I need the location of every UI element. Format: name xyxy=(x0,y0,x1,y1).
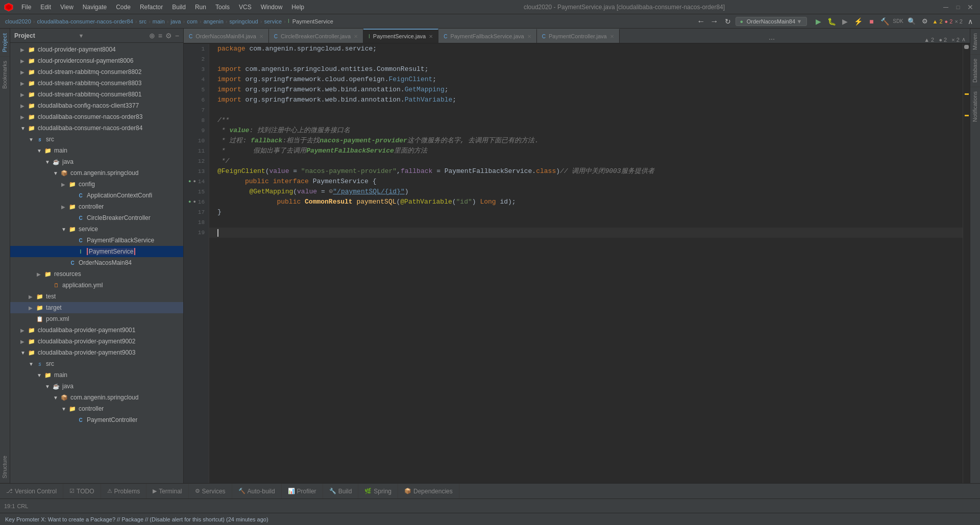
tree-container[interactable]: ▶ 📁 cloud-provider-payment8004 ▶ 📁 cloud… xyxy=(10,43,183,483)
breadcrumb-springcloud[interactable]: springcloud xyxy=(229,18,258,24)
editor-scrollbar[interactable] xyxy=(963,44,970,483)
tree-item[interactable]: ▼ 📦 com.angenin.springcloud xyxy=(10,392,183,403)
tree-item[interactable]: ▶ 📁 cloud-stream-rabbitmq-consumer8802 xyxy=(10,66,183,78)
tree-item-target[interactable]: ▶ 📁 target xyxy=(10,302,183,313)
bottom-tab-auto-build[interactable]: 🔨 Auto-build xyxy=(232,484,282,498)
build-button[interactable]: 🔨 xyxy=(879,16,891,27)
code-content[interactable]: package com.angenin.springcloud.service;… xyxy=(209,44,963,483)
coverage-button[interactable]: ▶ xyxy=(840,16,851,27)
tab-close-button[interactable]: ✕ xyxy=(429,34,433,39)
panel-notifications[interactable]: Notifications xyxy=(970,87,980,126)
bottom-tab-problems[interactable]: ⚠ Problems xyxy=(101,484,147,498)
menu-tools[interactable]: Tools xyxy=(211,3,234,12)
sidebar-bookmarks-label[interactable]: Bookmarks xyxy=(0,56,10,93)
tree-item[interactable]: ▶ 📁 cloud-providerconsul-payment8006 xyxy=(10,55,183,66)
tree-item[interactable]: ▶ 📁 cloud-stream-rabbitmq-consumer8803 xyxy=(10,78,183,89)
tree-item[interactable]: ▶ 📁 cloudalibaba-provider-payment9002 xyxy=(10,336,183,347)
tree-item-payment-service[interactable]: I PaymentService xyxy=(10,246,183,257)
bottom-tab-dependencies[interactable]: 📦 Dependencies xyxy=(398,484,459,498)
tree-item[interactable]: ▶ 📁 controller xyxy=(10,201,183,212)
sidebar-structure-label[interactable]: Structure xyxy=(0,452,10,483)
tree-item[interactable]: ▶ 📁 resources xyxy=(10,268,183,280)
tree-item[interactable]: ▼ 📁 main xyxy=(10,145,183,156)
breadcrumb-src[interactable]: src xyxy=(139,18,146,24)
menu-help[interactable]: Help xyxy=(287,3,308,12)
panel-icon-settings[interactable]: ⚙ xyxy=(165,32,172,40)
tree-item[interactable]: ▼ 📦 com.angenin.springcloud xyxy=(10,167,183,179)
tree-item[interactable]: C PaymentFallbackService xyxy=(10,235,183,246)
minimize-button[interactable]: ─ xyxy=(940,2,951,13)
menu-vcs[interactable]: VCS xyxy=(235,3,256,12)
close-button[interactable]: ✕ xyxy=(965,2,976,13)
expand-editor[interactable]: ∧ xyxy=(962,36,966,43)
tree-item[interactable]: C CircleBreakerController xyxy=(10,212,183,223)
tree-item[interactable]: ▼ s src xyxy=(10,358,183,369)
menu-window[interactable]: Window xyxy=(257,3,287,12)
tab-payment-controller[interactable]: C PaymentController.java ✕ xyxy=(537,29,620,43)
tab-close-button[interactable]: ✕ xyxy=(354,34,358,39)
menu-run[interactable]: Run xyxy=(191,3,210,12)
panel-icon-collapse[interactable]: ≡ xyxy=(158,32,162,40)
refresh-button[interactable]: ↻ xyxy=(722,16,733,27)
tree-item[interactable]: ▼ ☕ java xyxy=(10,156,183,167)
bottom-tab-version-control[interactable]: ⎇ Version Control xyxy=(0,484,63,498)
tab-circlebreaker[interactable]: C CircleBreakerController.java ✕ xyxy=(269,29,363,43)
menu-navigate[interactable]: Navigate xyxy=(79,3,111,12)
tree-item[interactable]: ▼ 📁 cloudalibaba-consumer-nacos-order84 xyxy=(10,122,183,134)
menu-build[interactable]: Build xyxy=(168,3,190,12)
tree-item[interactable]: ▶ 📁 cloudalibaba-config-nacos-client3377 xyxy=(10,100,183,111)
breadcrumb-main[interactable]: main xyxy=(153,18,165,24)
settings-button[interactable]: ⚙ xyxy=(919,16,930,27)
breadcrumb-project[interactable]: cloud2020 xyxy=(5,18,31,24)
tree-item[interactable]: ▶ 📁 config xyxy=(10,179,183,190)
maximize-button[interactable]: □ xyxy=(952,2,964,13)
menu-view[interactable]: View xyxy=(56,3,78,12)
panel-maven[interactable]: Maven xyxy=(970,29,980,54)
tree-item[interactable]: ▼ 📁 main xyxy=(10,369,183,381)
sdk-button[interactable]: SDK xyxy=(893,16,904,27)
profile-button[interactable]: ⚡ xyxy=(853,16,864,27)
tree-item[interactable]: ▼ 📁 cloudalibaba-provider-payment9003 xyxy=(10,347,183,358)
breadcrumb-service[interactable]: service xyxy=(264,18,282,24)
tree-item[interactable]: ▶ 📁 cloud-provider-payment8004 xyxy=(10,44,183,55)
tree-item[interactable]: 🗒 application.yml xyxy=(10,280,183,291)
menu-edit[interactable]: Edit xyxy=(36,3,55,12)
breadcrumb-angenin[interactable]: angenin xyxy=(204,18,224,24)
sidebar-project-label[interactable]: Project xyxy=(0,29,10,56)
bottom-tab-terminal[interactable]: ▶ Terminal xyxy=(146,484,188,498)
tab-payment-service[interactable]: I PaymentService.java ✕ xyxy=(363,29,438,43)
tree-item[interactable]: ▶ 📁 cloudalibaba-consumer-nacos-order83 xyxy=(10,111,183,122)
bottom-tab-spring[interactable]: 🌿 Spring xyxy=(358,484,398,498)
tabs-overflow[interactable]: ⋯ xyxy=(765,36,779,43)
tree-item[interactable]: C PaymentController xyxy=(10,414,183,426)
stop-button[interactable]: ■ xyxy=(866,16,877,27)
menu-code[interactable]: Code xyxy=(112,3,135,12)
tree-item[interactable]: ▼ 📁 controller xyxy=(10,403,183,414)
panel-icon-scope[interactable]: ⊕ xyxy=(149,32,155,40)
tree-item[interactable]: ▶ 📁 cloud-stream-rabbitmq-consumer8801 xyxy=(10,89,183,100)
tree-item[interactable]: ▶ 📁 test xyxy=(10,291,183,302)
bottom-tab-profiler[interactable]: 📊 Profiler xyxy=(282,484,323,498)
tab-order-main[interactable]: C OrderNacosMain84.java ✕ xyxy=(184,29,269,43)
expand-button[interactable]: ∧ xyxy=(965,16,976,27)
forward-button[interactable]: → xyxy=(709,16,720,27)
search-button[interactable]: 🔍 xyxy=(906,16,917,27)
tab-close-button[interactable]: ✕ xyxy=(527,34,531,39)
tab-close-button[interactable]: ✕ xyxy=(259,34,263,39)
run-button[interactable]: ▶ xyxy=(813,16,824,27)
tree-item[interactable]: ▶ 📁 cloudalibaba-provider-payment9001 xyxy=(10,324,183,336)
tree-item[interactable]: ▼ 📁 service xyxy=(10,223,183,235)
bottom-tab-todo[interactable]: ☑ TODO xyxy=(63,484,101,498)
menu-file[interactable]: File xyxy=(17,3,35,12)
tab-payment-fallback[interactable]: C PaymentFallbackService.java ✕ xyxy=(438,29,537,43)
tab-close-button[interactable]: ✕ xyxy=(610,34,614,39)
breadcrumb-com[interactable]: com xyxy=(187,18,198,24)
tree-item[interactable]: ▼ s src xyxy=(10,134,183,145)
panel-database[interactable]: Database xyxy=(970,54,980,87)
tree-item[interactable]: 📋 pom.xml xyxy=(10,313,183,324)
bottom-tab-services[interactable]: ⚙ Services xyxy=(189,484,232,498)
menu-refactor[interactable]: Refactor xyxy=(136,3,167,12)
panel-icon-close[interactable]: − xyxy=(175,32,179,40)
tree-item[interactable]: ▼ ☕ java xyxy=(10,381,183,392)
bottom-tab-build[interactable]: 🔧 Build xyxy=(323,484,359,498)
